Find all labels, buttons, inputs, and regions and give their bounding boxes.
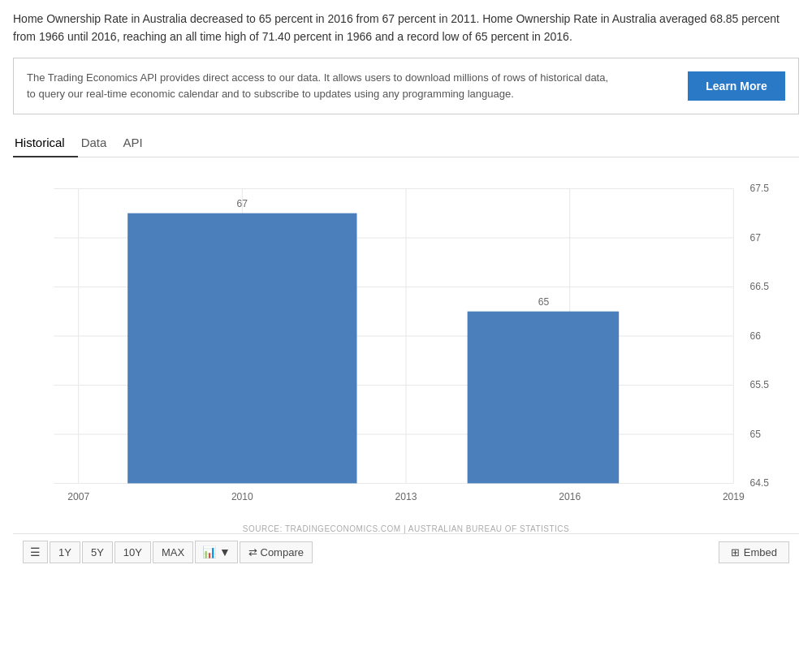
y-label-655: 65.5 xyxy=(750,380,770,391)
embed-button[interactable]: ⊞ Embed xyxy=(719,541,789,563)
y-label-67: 67 xyxy=(750,232,762,244)
x-label-2010: 2010 xyxy=(231,491,253,502)
toolbar: ☰ 1Y 5Y 10Y MAX 📊 ▼ ⇄ Compare ⊞ Embed xyxy=(13,533,799,570)
bar-chart: 67 65 67.5 67 66.5 66 65.5 65 64.5 2007 … xyxy=(13,166,799,523)
tab-api[interactable]: API xyxy=(119,129,155,157)
btn-5y[interactable]: 5Y xyxy=(82,541,113,563)
main-container: Home Ownership Rate in Australia decreas… xyxy=(0,0,812,580)
tab-historical[interactable]: Historical xyxy=(13,129,78,157)
tab-data[interactable]: Data xyxy=(78,129,120,157)
y-label-645: 64.5 xyxy=(750,478,770,489)
api-banner-text: The Trading Economics API provides direc… xyxy=(27,70,611,102)
learn-more-button[interactable]: Learn More xyxy=(688,71,785,101)
x-label-2016: 2016 xyxy=(559,491,581,502)
btn-10y[interactable]: 10Y xyxy=(114,541,151,563)
embed-label: Embed xyxy=(744,546,777,558)
y-label-66: 66 xyxy=(750,330,762,342)
menu-icon-button[interactable]: ☰ xyxy=(23,541,48,563)
bar-label-2011: 67 xyxy=(237,198,248,209)
chart-area: 67 65 67.5 67 66.5 66 65.5 65 64.5 2007 … xyxy=(13,166,799,523)
bar-2011 xyxy=(127,213,356,484)
x-label-2007: 2007 xyxy=(67,491,89,502)
embed-icon: ⊞ xyxy=(731,546,740,558)
api-banner: The Trading Economics API provides direc… xyxy=(13,58,799,114)
description-text: Home Ownership Rate in Australia decreas… xyxy=(13,10,799,46)
bar-label-2016: 65 xyxy=(538,296,550,308)
bar-2016 xyxy=(468,312,620,484)
chart-type-button[interactable]: 📊 ▼ xyxy=(195,541,238,563)
compare-button[interactable]: ⇄ Compare xyxy=(240,541,313,563)
y-label-65: 65 xyxy=(750,429,762,440)
tab-bar: Historical Data API xyxy=(13,129,799,157)
btn-1y[interactable]: 1Y xyxy=(50,541,80,563)
btn-max[interactable]: MAX xyxy=(153,541,193,563)
x-label-2013: 2013 xyxy=(395,491,417,502)
y-label-675: 67.5 xyxy=(750,183,770,195)
x-label-2019: 2019 xyxy=(723,491,745,502)
y-label-665: 66.5 xyxy=(750,282,770,293)
chart-source: SOURCE: TRADINGECONOMICS.COM | AUSTRALIA… xyxy=(13,524,799,533)
